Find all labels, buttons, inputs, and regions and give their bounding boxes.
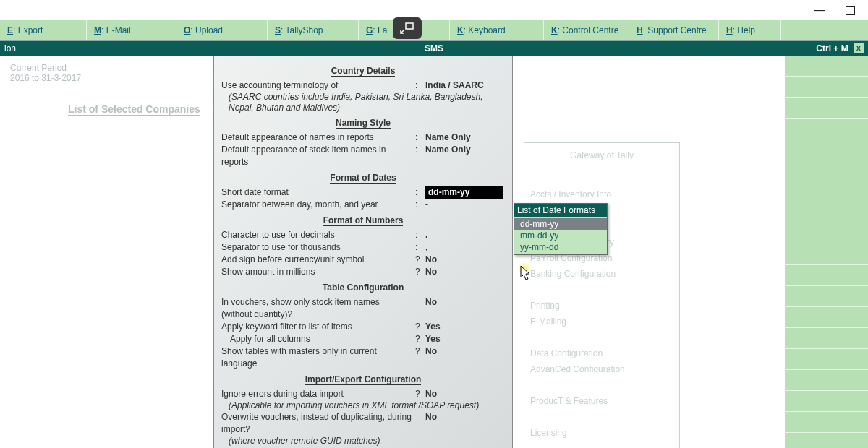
gateway-menu-item (530, 377, 673, 393)
keyword-all-columns-label: Apply for all columns (221, 333, 415, 345)
toolbar-item-8[interactable]: H: Help (719, 20, 781, 40)
rail-slot[interactable] (785, 307, 868, 328)
rail-slot[interactable] (785, 181, 868, 202)
toolbar-item-5[interactable]: K: Keyboard (450, 20, 544, 40)
rail-slot[interactable] (785, 160, 868, 181)
rail-slot[interactable] (785, 56, 868, 77)
list-of-selected-companies-heading: List of Selected Companies (68, 103, 200, 116)
gateway-menu-item (530, 329, 673, 345)
gateway-menu-item[interactable]: Banking Configuration (530, 266, 673, 282)
overwrite-vouchers-value[interactable]: No (425, 411, 505, 436)
decimal-char-label: Character to use for decimals (221, 229, 415, 241)
gateway-menu-item[interactable]: Data Configuration (530, 345, 673, 361)
current-period-value: 2016 to 31-3-2017 (10, 73, 203, 83)
keyword-all-columns-value[interactable]: Yes (425, 333, 505, 345)
rail-slot[interactable] (785, 286, 868, 307)
date-formats-popup: List of Date Formats dd-mm-yymm-dd-yyyy-… (514, 203, 608, 255)
rail-slot[interactable] (785, 98, 868, 119)
rail-slot[interactable] (785, 433, 868, 448)
gateway-menu-item[interactable]: Accts / Inventory Info (530, 186, 673, 202)
gateway-menu-item (530, 441, 673, 448)
ignore-errors-note: (Applicable for importing vouchers in XM… (229, 400, 505, 411)
toolbar-item-6[interactable]: K: Control Centre (544, 20, 629, 40)
date-format-option[interactable]: yy-mm-dd (514, 241, 607, 253)
rail-slot[interactable] (785, 412, 868, 433)
overwrite-vouchers-label: Overwrite vouchers, instead of duplicati… (221, 411, 415, 436)
stock-item-names-value[interactable]: Name Only (425, 144, 505, 168)
thousand-sep-label: Separator to use for thousands (221, 241, 415, 254)
svg-rect-0 (406, 23, 413, 29)
left-info-column: Current Period 2016 to 31-3-2017 List of… (0, 56, 213, 448)
toolbar-item-2[interactable]: O: Upload (176, 20, 268, 40)
rail-slot[interactable] (785, 77, 868, 98)
top-toolbar: E: ExportM: E-MailO: UploadS: TallyShopG… (0, 20, 868, 41)
section-import-export-configuration: Import/Export Configuration (305, 374, 422, 385)
gateway-title: Gateway of Tally (530, 147, 673, 163)
current-language-tables-value[interactable]: No (425, 345, 505, 370)
toolbar-item-1[interactable]: M: E-Mail (87, 20, 176, 40)
rail-slot[interactable] (785, 349, 868, 370)
rail-slot[interactable] (785, 119, 868, 139)
gateway-menu-item (530, 171, 673, 186)
section-country-details: Country Details (331, 66, 396, 77)
toolbar-item-3[interactable]: S: TallyShop (268, 20, 359, 40)
names-in-reports-value[interactable]: Name Only (425, 132, 505, 144)
rail-slot[interactable] (785, 265, 868, 286)
ignore-errors-label: Ignore errors during data import (221, 388, 415, 400)
date-format-option[interactable]: mm-dd-yy (514, 230, 607, 241)
section-table-configuration: Table Configuration (323, 283, 404, 293)
ignore-errors-value[interactable]: No (425, 388, 505, 400)
gateway-menu-item[interactable]: Licensing (530, 425, 673, 441)
voucher-stock-only-value[interactable]: No (425, 296, 505, 321)
names-in-reports-label: Default appearance of names in reports (221, 132, 415, 144)
sign-before-symbol-label: Add sign before currency/unit symbol (221, 254, 415, 266)
rail-slot[interactable] (785, 202, 868, 223)
date-separator-label: Separator between day, month, and year (221, 199, 415, 211)
right-button-rail (785, 56, 868, 448)
short-date-format-label: Short date format (221, 186, 415, 199)
window-minimize-button[interactable]: — (814, 4, 825, 16)
rail-slot[interactable] (785, 223, 868, 244)
rail-slot[interactable] (785, 139, 868, 160)
gateway-menu-item (530, 409, 673, 425)
terminology-value[interactable]: India / SAARC (425, 79, 505, 92)
gateway-menu-item[interactable]: AdvanCed Configuration (530, 361, 673, 377)
rail-slot[interactable] (785, 328, 868, 349)
date-format-option[interactable]: dd-mm-yy (514, 218, 607, 230)
gateway-menu-item (530, 282, 673, 298)
gateway-menu-item[interactable]: Printing (530, 298, 673, 314)
general-config-panel: Country Details Use accounting terminolo… (213, 56, 513, 448)
toolbar-item-0[interactable]: E: Export (0, 20, 87, 40)
gateway-menu-item[interactable]: E-Mailing (530, 314, 673, 329)
terminology-label: Use accounting terminology of (221, 79, 415, 92)
decimal-char-value[interactable]: . (425, 229, 505, 241)
section-naming-style: Naming Style (336, 118, 391, 129)
window-titlebar: — (0, 0, 868, 20)
rail-slot[interactable] (785, 370, 868, 391)
section-format-of-dates: Format of Dates (330, 173, 396, 184)
rail-slot[interactable] (785, 244, 868, 265)
amount-millions-label: Show amount in millions (221, 266, 415, 278)
voucher-stock-only-label: In vouchers, show only stock item names … (221, 296, 415, 321)
toolbar-item-7[interactable]: H: Support Centre (629, 20, 719, 40)
section-format-of-numbers: Format of Numbers (323, 215, 404, 226)
stock-item-names-label: Default appearance of stock item names i… (221, 144, 415, 168)
thousand-sep-value[interactable]: , (425, 241, 505, 254)
current-period-label: Current Period (10, 63, 203, 73)
rail-slot[interactable] (785, 391, 868, 412)
keyword-filter-value[interactable]: Yes (425, 321, 505, 333)
terminology-note: (SAARC countries include India, Pakistan… (229, 92, 505, 113)
sign-before-symbol-value[interactable]: No (425, 254, 505, 266)
status-bar: ion SMS Ctrl + M X (0, 41, 868, 56)
date-separator-value[interactable]: - (425, 199, 505, 211)
gateway-menu-item[interactable]: ProducT & Features (530, 393, 673, 409)
amount-millions-value[interactable]: No (425, 266, 505, 278)
workspace: Current Period 2016 to 31-3-2017 List of… (0, 56, 868, 448)
current-language-tables-label: Show tables with masters only in current… (221, 345, 415, 370)
gateway-of-tally-panel: Gateway of Tally Accts / Inventory Info … (524, 142, 680, 448)
overwrite-vouchers-note: (where voucher remote GUID matches) (229, 436, 505, 447)
window-maximize-button[interactable] (846, 6, 855, 15)
date-formats-popup-title: List of Date Formats (514, 204, 607, 217)
screen-snip-icon[interactable] (393, 17, 422, 39)
short-date-format-value[interactable]: dd-mm-yy (425, 186, 505, 199)
